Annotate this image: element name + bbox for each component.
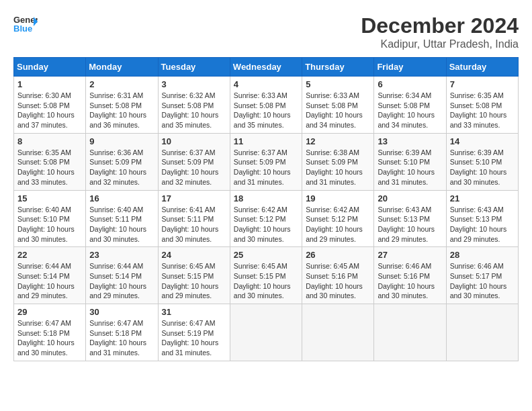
calendar-cell: 4 Sunrise: 6:33 AM Sunset: 5:08 PM Dayli… (230, 77, 302, 134)
day-info: Sunrise: 6:30 AM Sunset: 5:08 PM Dayligh… (17, 91, 82, 130)
day-info: Sunrise: 6:42 AM Sunset: 5:12 PM Dayligh… (306, 205, 370, 244)
calendar-cell: 18 Sunrise: 6:42 AM Sunset: 5:12 PM Dayl… (230, 190, 302, 247)
day-number: 21 (450, 193, 515, 203)
day-number: 17 (162, 193, 226, 203)
calendar-cell: 6 Sunrise: 6:34 AM Sunset: 5:08 PM Dayli… (374, 77, 446, 134)
day-info: Sunrise: 6:42 AM Sunset: 5:12 PM Dayligh… (234, 205, 298, 244)
day-number: 2 (89, 79, 154, 89)
calendar-cell: 25 Sunrise: 6:45 AM Sunset: 5:15 PM Dayl… (230, 247, 302, 304)
day-info: Sunrise: 6:47 AM Sunset: 5:19 PM Dayligh… (162, 318, 226, 358)
day-number: 19 (306, 193, 370, 203)
day-number: 22 (17, 250, 82, 260)
calendar-week-2: 8 Sunrise: 6:35 AM Sunset: 5:08 PM Dayli… (14, 133, 519, 190)
calendar-cell: 27 Sunrise: 6:46 AM Sunset: 5:16 PM Dayl… (374, 247, 446, 304)
svg-text:Blue: Blue (13, 24, 32, 34)
calendar-cell: 11 Sunrise: 6:37 AM Sunset: 5:09 PM Dayl… (230, 133, 302, 190)
day-number: 27 (378, 250, 442, 260)
day-number: 12 (306, 136, 370, 146)
day-info: Sunrise: 6:38 AM Sunset: 5:09 PM Dayligh… (306, 148, 370, 187)
day-info: Sunrise: 6:34 AM Sunset: 5:08 PM Dayligh… (378, 91, 442, 130)
day-number: 4 (234, 79, 298, 89)
page-header: General Blue December 2024 Kadipur, Utta… (13, 13, 519, 50)
day-info: Sunrise: 6:39 AM Sunset: 5:10 PM Dayligh… (450, 148, 515, 187)
logo-icon: General Blue (13, 13, 38, 34)
day-info: Sunrise: 6:33 AM Sunset: 5:08 PM Dayligh… (306, 91, 370, 130)
calendar-cell (446, 304, 518, 361)
calendar-cell: 31 Sunrise: 6:47 AM Sunset: 5:19 PM Dayl… (158, 304, 230, 361)
day-number: 7 (450, 79, 515, 89)
calendar-cell: 12 Sunrise: 6:38 AM Sunset: 5:09 PM Dayl… (302, 133, 374, 190)
day-info: Sunrise: 6:43 AM Sunset: 5:13 PM Dayligh… (378, 205, 442, 244)
weekday-header-wednesday: Wednesday (230, 58, 302, 77)
day-info: Sunrise: 6:44 AM Sunset: 5:14 PM Dayligh… (89, 261, 154, 301)
day-info: Sunrise: 6:36 AM Sunset: 5:09 PM Dayligh… (89, 148, 154, 187)
day-number: 14 (450, 136, 515, 146)
day-number: 28 (450, 250, 515, 260)
day-info: Sunrise: 6:40 AM Sunset: 5:10 PM Dayligh… (17, 205, 82, 244)
day-number: 8 (17, 136, 82, 146)
day-number: 30 (89, 307, 154, 317)
day-info: Sunrise: 6:46 AM Sunset: 5:17 PM Dayligh… (450, 261, 515, 301)
weekday-header-saturday: Saturday (446, 58, 518, 77)
day-info: Sunrise: 6:45 AM Sunset: 5:16 PM Dayligh… (306, 261, 370, 301)
calendar-cell: 22 Sunrise: 6:44 AM Sunset: 5:14 PM Dayl… (14, 247, 86, 304)
calendar-cell: 14 Sunrise: 6:39 AM Sunset: 5:10 PM Dayl… (446, 133, 518, 190)
title-block: December 2024 Kadipur, Uttar Pradesh, In… (361, 13, 519, 50)
calendar-table: SundayMondayTuesdayWednesdayThursdayFrid… (13, 57, 519, 361)
calendar-cell: 13 Sunrise: 6:39 AM Sunset: 5:10 PM Dayl… (374, 133, 446, 190)
weekday-header-monday: Monday (86, 58, 158, 77)
day-number: 15 (17, 193, 82, 203)
day-number: 1 (17, 79, 82, 89)
day-number: 20 (378, 193, 442, 203)
weekday-header-friday: Friday (374, 58, 446, 77)
calendar-week-1: 1 Sunrise: 6:30 AM Sunset: 5:08 PM Dayli… (14, 77, 519, 134)
calendar-cell: 10 Sunrise: 6:37 AM Sunset: 5:09 PM Dayl… (158, 133, 230, 190)
calendar-week-4: 22 Sunrise: 6:44 AM Sunset: 5:14 PM Dayl… (14, 247, 519, 304)
calendar-cell: 16 Sunrise: 6:40 AM Sunset: 5:11 PM Dayl… (86, 190, 158, 247)
calendar-cell: 26 Sunrise: 6:45 AM Sunset: 5:16 PM Dayl… (302, 247, 374, 304)
calendar-cell: 2 Sunrise: 6:31 AM Sunset: 5:08 PM Dayli… (86, 77, 158, 134)
calendar-cell: 3 Sunrise: 6:32 AM Sunset: 5:08 PM Dayli… (158, 77, 230, 134)
day-info: Sunrise: 6:32 AM Sunset: 5:08 PM Dayligh… (162, 91, 226, 130)
day-info: Sunrise: 6:39 AM Sunset: 5:10 PM Dayligh… (378, 148, 442, 187)
calendar-cell: 30 Sunrise: 6:47 AM Sunset: 5:18 PM Dayl… (86, 304, 158, 361)
day-number: 6 (378, 79, 442, 89)
calendar-cell: 23 Sunrise: 6:44 AM Sunset: 5:14 PM Dayl… (86, 247, 158, 304)
day-number: 18 (234, 193, 298, 203)
weekday-header-thursday: Thursday (302, 58, 374, 77)
calendar-cell: 8 Sunrise: 6:35 AM Sunset: 5:08 PM Dayli… (14, 133, 86, 190)
day-info: Sunrise: 6:45 AM Sunset: 5:15 PM Dayligh… (162, 261, 226, 301)
day-number: 29 (17, 307, 82, 317)
weekday-header-sunday: Sunday (14, 58, 86, 77)
day-number: 10 (162, 136, 226, 146)
calendar-cell: 21 Sunrise: 6:43 AM Sunset: 5:13 PM Dayl… (446, 190, 518, 247)
location-title: Kadipur, Uttar Pradesh, India (361, 38, 519, 50)
day-info: Sunrise: 6:43 AM Sunset: 5:13 PM Dayligh… (450, 205, 515, 244)
calendar-cell (302, 304, 374, 361)
calendar-cell: 20 Sunrise: 6:43 AM Sunset: 5:13 PM Dayl… (374, 190, 446, 247)
day-info: Sunrise: 6:35 AM Sunset: 5:08 PM Dayligh… (17, 148, 82, 187)
day-info: Sunrise: 6:46 AM Sunset: 5:16 PM Dayligh… (378, 261, 442, 301)
calendar-cell: 9 Sunrise: 6:36 AM Sunset: 5:09 PM Dayli… (86, 133, 158, 190)
calendar-cell: 1 Sunrise: 6:30 AM Sunset: 5:08 PM Dayli… (14, 77, 86, 134)
calendar-cell (374, 304, 446, 361)
day-info: Sunrise: 6:44 AM Sunset: 5:14 PM Dayligh… (17, 261, 82, 301)
day-info: Sunrise: 6:37 AM Sunset: 5:09 PM Dayligh… (234, 148, 298, 187)
day-number: 13 (378, 136, 442, 146)
day-number: 9 (89, 136, 154, 146)
day-info: Sunrise: 6:40 AM Sunset: 5:11 PM Dayligh… (89, 205, 154, 244)
calendar-cell: 24 Sunrise: 6:45 AM Sunset: 5:15 PM Dayl… (158, 247, 230, 304)
calendar-cell: 17 Sunrise: 6:41 AM Sunset: 5:11 PM Dayl… (158, 190, 230, 247)
day-number: 16 (89, 193, 154, 203)
day-number: 24 (162, 250, 226, 260)
day-number: 23 (89, 250, 154, 260)
calendar-cell: 29 Sunrise: 6:47 AM Sunset: 5:18 PM Dayl… (14, 304, 86, 361)
month-title: December 2024 (361, 13, 519, 38)
day-info: Sunrise: 6:47 AM Sunset: 5:18 PM Dayligh… (17, 318, 82, 358)
day-info: Sunrise: 6:41 AM Sunset: 5:11 PM Dayligh… (162, 205, 226, 244)
calendar-week-5: 29 Sunrise: 6:47 AM Sunset: 5:18 PM Dayl… (14, 304, 519, 361)
calendar-cell: 7 Sunrise: 6:35 AM Sunset: 5:08 PM Dayli… (446, 77, 518, 134)
day-info: Sunrise: 6:47 AM Sunset: 5:18 PM Dayligh… (89, 318, 154, 358)
calendar-cell: 19 Sunrise: 6:42 AM Sunset: 5:12 PM Dayl… (302, 190, 374, 247)
day-number: 11 (234, 136, 298, 146)
